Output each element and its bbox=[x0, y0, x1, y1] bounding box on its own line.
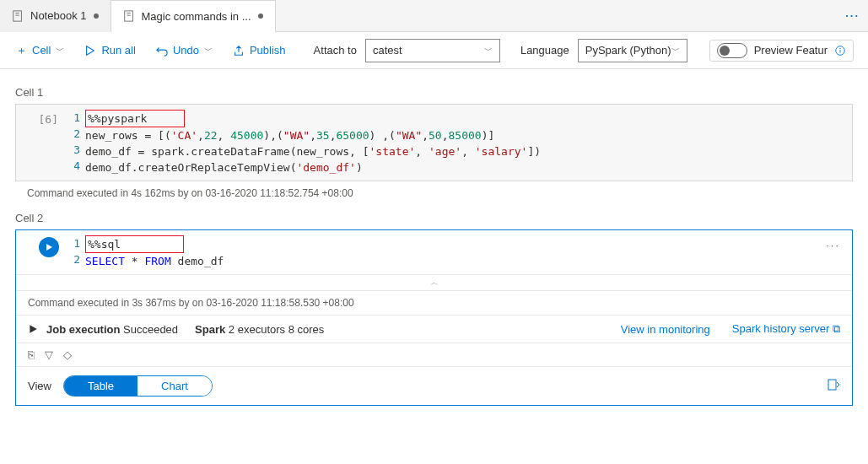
cell-2[interactable]: 1 2 %%sql SELECT * FROM demo_df ··· ︿ Co… bbox=[15, 229, 853, 406]
play-icon bbox=[84, 45, 96, 57]
tab-label: Magic commands in ... bbox=[142, 10, 251, 23]
svg-marker-10 bbox=[46, 244, 52, 251]
tabs-bar: Notebook 1 Magic commands in ... ··· bbox=[0, 0, 868, 32]
filter-icon[interactable]: ▽ bbox=[45, 348, 53, 361]
job-execution-row: Job execution Succeeded Spark 2 executor… bbox=[16, 315, 852, 343]
cell-1[interactable]: [6] 1 2 3 4 %%pyspark new_rows = [('CA',… bbox=[15, 104, 853, 181]
unsaved-dot-icon bbox=[94, 13, 99, 19]
cell-menu-button[interactable]: ··· bbox=[826, 239, 840, 251]
view-switcher-row: View Table Chart bbox=[16, 366, 852, 405]
notebook-body: Cell 1 [6] 1 2 3 4 %%pyspark new_rows = … bbox=[0, 69, 868, 416]
toolbar: ＋ Cell ﹀ Run all Undo ﹀ Publish Attach t… bbox=[0, 32, 868, 69]
language-label: Language bbox=[520, 44, 569, 57]
dropdown-value: PySpark (Python) bbox=[585, 44, 671, 57]
chevron-down-icon: ﹀ bbox=[204, 45, 213, 57]
view-label: View bbox=[28, 380, 51, 392]
label: Cell bbox=[32, 44, 51, 57]
run-cell-button[interactable] bbox=[39, 237, 59, 257]
chevron-down-icon: ﹀ bbox=[671, 45, 680, 57]
cell-2-label: Cell 2 bbox=[15, 212, 853, 224]
spark-info: Spark 2 executors 8 cores bbox=[195, 323, 324, 336]
publish-icon bbox=[233, 45, 245, 57]
output-toolbar: ⎘ ▽ ◇ bbox=[16, 343, 852, 366]
publish-button[interactable]: Publish bbox=[225, 40, 294, 61]
undo-icon bbox=[156, 45, 168, 57]
view-chart-button[interactable]: Chart bbox=[137, 376, 212, 396]
cell-1-label: Cell 1 bbox=[15, 86, 853, 99]
tab-magic-commands[interactable]: Magic commands in ... bbox=[111, 0, 276, 32]
unsaved-dot-icon bbox=[258, 13, 263, 19]
toggle-switch[interactable] bbox=[717, 43, 747, 58]
code-editor[interactable]: %%pyspark new_rows = [('CA',22, 45000),(… bbox=[85, 110, 852, 175]
view-table-button[interactable]: Table bbox=[64, 376, 137, 396]
chevron-down-icon: ﹀ bbox=[56, 45, 64, 57]
svg-marker-6 bbox=[87, 46, 94, 55]
svg-rect-12 bbox=[828, 380, 836, 390]
attach-to-dropdown[interactable]: catest ﹀ bbox=[365, 39, 500, 62]
tab-notebook-1[interactable]: Notebook 1 bbox=[0, 0, 111, 32]
line-gutter: 1 2 3 4 bbox=[67, 110, 85, 175]
spark-history-link[interactable]: Spark history server ⧉ bbox=[732, 322, 840, 336]
code-editor[interactable]: %%sql SELECT * FROM demo_df bbox=[85, 235, 852, 269]
view-in-monitoring-link[interactable]: View in monitoring bbox=[621, 323, 710, 336]
dropdown-value: catest bbox=[373, 44, 402, 57]
magic-highlight: %%sql bbox=[85, 235, 184, 253]
erase-icon[interactable]: ◇ bbox=[63, 348, 72, 361]
export-icon[interactable] bbox=[827, 378, 840, 394]
svg-rect-3 bbox=[124, 11, 132, 21]
svg-rect-0 bbox=[13, 10, 22, 20]
job-execution-label: Job execution Succeeded bbox=[46, 323, 178, 336]
notebook-icon bbox=[12, 10, 24, 22]
preview-features-toggle[interactable]: Preview Featur bbox=[709, 40, 854, 62]
chevron-down-icon: ﹀ bbox=[484, 45, 493, 57]
language-dropdown[interactable]: PySpark (Python) ﹀ bbox=[578, 39, 687, 62]
add-cell-button[interactable]: ＋ Cell ﹀ bbox=[8, 39, 72, 62]
cell-1-status: Command executed in 4s 162ms by on 03-16… bbox=[15, 181, 853, 205]
play-icon bbox=[45, 243, 53, 251]
collapse-output-button[interactable]: ︿ bbox=[16, 274, 852, 290]
cell-2-status: Command executed in 3s 367ms by on 03-16… bbox=[16, 290, 852, 315]
svg-marker-11 bbox=[30, 325, 36, 333]
tabs-overflow-button[interactable]: ··· bbox=[837, 9, 868, 22]
label: Run all bbox=[101, 44, 135, 57]
plus-icon: ＋ bbox=[16, 43, 27, 58]
execution-count: [6] bbox=[16, 110, 67, 175]
notebook-icon bbox=[123, 10, 135, 22]
attach-to-label: Attach to bbox=[314, 44, 357, 57]
view-toggle: Table Chart bbox=[63, 375, 213, 397]
label: Publish bbox=[250, 44, 286, 57]
svg-point-9 bbox=[839, 47, 840, 48]
code-area[interactable]: [6] 1 2 3 4 %%pyspark new_rows = [('CA',… bbox=[16, 105, 852, 181]
label: Preview Featur bbox=[754, 44, 828, 57]
line-gutter: 1 2 bbox=[67, 235, 85, 269]
tab-label: Notebook 1 bbox=[30, 9, 87, 22]
magic-highlight: %%pyspark bbox=[85, 110, 185, 127]
external-link-icon: ⧉ bbox=[833, 322, 840, 335]
label: Undo bbox=[173, 44, 199, 57]
copy-icon[interactable]: ⎘ bbox=[28, 348, 35, 361]
run-all-button[interactable]: Run all bbox=[77, 40, 143, 61]
undo-button[interactable]: Undo ﹀ bbox=[148, 40, 220, 61]
expand-icon[interactable] bbox=[28, 324, 38, 334]
info-icon bbox=[834, 45, 846, 57]
code-area[interactable]: 1 2 %%sql SELECT * FROM demo_df ··· bbox=[16, 230, 852, 274]
